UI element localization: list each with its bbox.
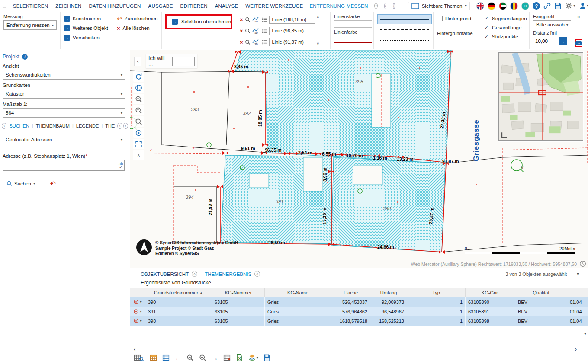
language-english-icon[interactable] bbox=[476, 2, 484, 10]
apply-distance-button[interactable]: → bbox=[559, 37, 567, 45]
visible-themes-dropdown[interactable]: Sichtbare Themen ▾ bbox=[408, 2, 470, 10]
delete-line-icon[interactable]: × bbox=[240, 39, 243, 45]
language-romanian-icon[interactable] bbox=[510, 2, 518, 10]
line-details-icon[interactable] bbox=[262, 39, 267, 45]
menu-tab-daten-hinzuf-gen[interactable]: DATEN HINZUFÜGEN bbox=[89, 3, 141, 9]
scale-combo[interactable]: 564▾ bbox=[3, 108, 125, 118]
sort-ascending-icon[interactable]: ▲ bbox=[199, 291, 203, 295]
column-header[interactable]: KG-Nummer bbox=[212, 288, 265, 297]
scroll-up-icon[interactable]: ∧ bbox=[317, 15, 320, 19]
menu-tab-selektieren[interactable]: SELEKTIEREN bbox=[13, 3, 48, 9]
app-menu-icon[interactable]: ≡ bbox=[3, 2, 6, 10]
collapse-sidebar-icon[interactable]: ‹ bbox=[134, 57, 141, 66]
zoom-line-icon[interactable] bbox=[245, 17, 251, 22]
menu-tab-entfernung-messen[interactable]: ENTFERNUNG MESSEN bbox=[309, 3, 368, 9]
address-input[interactable] bbox=[3, 160, 124, 170]
column-header[interactable] bbox=[567, 288, 588, 297]
construct-button[interactable]: →Konstruieren bbox=[64, 14, 109, 23]
snap-profile-select[interactable]: Bitte auswäh▾ bbox=[533, 20, 571, 29]
sidebar-tab-the[interactable]: THE bbox=[103, 123, 116, 128]
column-header[interactable]: KG-Gnr. bbox=[466, 288, 515, 297]
edit-layers-icon[interactable]: ▾ bbox=[248, 354, 258, 361]
line-style-dotted[interactable] bbox=[377, 35, 432, 45]
background-checkbox[interactable] bbox=[437, 16, 443, 21]
line-details-icon[interactable] bbox=[262, 17, 267, 22]
tab-themenergebnis[interactable]: THEMENERGEBNIS bbox=[205, 271, 251, 277]
tab-objektuebersicht[interactable]: OBJEKTÜBERSICHT bbox=[141, 271, 189, 277]
help-icon[interactable]: ? bbox=[533, 2, 540, 10]
scroll-tabs-left-icon[interactable]: ‹ bbox=[384, 3, 386, 9]
sidebar-tabs-left-icon[interactable]: ‹ bbox=[2, 123, 6, 129]
table-row[interactable]: ▾39163105Gries576,96436296,5489671631053… bbox=[130, 307, 588, 316]
column-header[interactable]: Typ bbox=[407, 288, 466, 297]
previous-record-icon[interactable]: ← bbox=[175, 354, 181, 361]
save-results-icon[interactable] bbox=[263, 354, 271, 361]
language-other-icon[interactable]: c bbox=[521, 2, 529, 10]
line-details-icon[interactable] bbox=[262, 28, 267, 34]
menu-tab-ausgabe[interactable]: AUSGABE bbox=[148, 3, 173, 9]
zoom-to-feature-icon[interactable] bbox=[133, 318, 139, 324]
search-button[interactable]: Suchen ▾ bbox=[3, 179, 39, 188]
line-style-dashed[interactable] bbox=[377, 25, 432, 35]
full-extent-icon[interactable] bbox=[133, 139, 144, 149]
delete-line-icon[interactable]: × bbox=[240, 17, 243, 22]
column-header[interactable]: Fläche bbox=[331, 288, 370, 297]
expand-ribbon-icon[interactable]: » bbox=[577, 14, 580, 20]
basemap-select[interactable]: Kataster▾ bbox=[3, 89, 125, 99]
ich-will-widget[interactable]: Ich will ... bbox=[146, 54, 197, 68]
column-header[interactable]: Qualität bbox=[515, 288, 567, 297]
settings-dropdown[interactable]: ▾ bbox=[565, 2, 575, 10]
option-checkbox[interactable]: ✓ bbox=[484, 25, 489, 30]
scroll-tabs-right-icon[interactable]: › bbox=[393, 3, 395, 9]
language-arabic-icon[interactable] bbox=[499, 2, 507, 10]
map-viewport[interactable]: 77 8,45 m18,05 m27,33 m9,61 m96,35 m2,54… bbox=[130, 50, 588, 268]
refresh-map-icon[interactable] bbox=[133, 71, 144, 82]
close-tool-icon[interactable]: × bbox=[374, 3, 377, 9]
highlighted-tool-icon[interactable]: → bbox=[575, 39, 582, 47]
clear-selection-icon[interactable]: × bbox=[223, 354, 231, 361]
table-scroll-down-icon[interactable]: ▾ bbox=[584, 331, 586, 336]
close-tab-icon[interactable]: × bbox=[254, 271, 260, 277]
send-button[interactable]: →Verschicken bbox=[64, 33, 109, 42]
close-tab-icon[interactable]: × bbox=[192, 271, 197, 277]
zoom-out-results-icon[interactable] bbox=[186, 354, 194, 361]
row-menu-icon[interactable]: ▾ bbox=[140, 300, 141, 304]
sidebar-tabs-next-icon[interactable]: › bbox=[123, 123, 128, 129]
line-3d-icon[interactable] bbox=[252, 39, 260, 45]
column-header[interactable]: Umfang bbox=[370, 288, 407, 297]
overview-map[interactable] bbox=[498, 52, 583, 141]
apply-selection-button[interactable]: → Selektion übernehmen bbox=[165, 14, 232, 29]
collapse-panel-icon[interactable]: ▼ bbox=[576, 271, 580, 276]
measurement-type-select[interactable]: Entfernung messen▾ bbox=[3, 20, 57, 30]
zoom-to-feature-icon[interactable] bbox=[133, 309, 139, 314]
column-header[interactable]: Grundstücksnummer▲ bbox=[145, 288, 212, 297]
background-checkbox-row[interactable]: Hintergrund bbox=[437, 14, 476, 23]
option-checkbox[interactable]: ✓ bbox=[484, 34, 489, 39]
delete-all-button[interactable]: ×Alle löschen bbox=[117, 23, 158, 33]
link-icon[interactable] bbox=[543, 2, 551, 10]
delete-line-icon[interactable]: × bbox=[240, 28, 243, 34]
next-record-icon[interactable]: → bbox=[212, 354, 218, 361]
additional-object-button[interactable]: →Weiteres Objekt bbox=[64, 23, 109, 33]
attribute-table-icon[interactable] bbox=[150, 354, 157, 361]
horizontal-scrollbar[interactable]: ‹ › bbox=[134, 346, 577, 352]
undo-button[interactable]: ↩Zurücknehmen bbox=[117, 14, 158, 23]
line-width-select[interactable] bbox=[334, 20, 372, 28]
line-color-swatch[interactable] bbox=[334, 36, 372, 43]
sidebar-tab-suchen[interactable]: SUCHEN bbox=[7, 123, 31, 128]
excel-export-icon[interactable] bbox=[236, 354, 243, 361]
history-clock-icon[interactable] bbox=[579, 260, 586, 267]
menu-tab-analyse[interactable]: ANALYSE bbox=[215, 3, 238, 9]
line-3d-icon[interactable] bbox=[252, 28, 260, 34]
option-checkbox[interactable]: ✓ bbox=[484, 16, 489, 21]
info-icon[interactable]: i bbox=[22, 54, 28, 60]
geolocator-select[interactable]: Geolocator Adressen▾ bbox=[3, 135, 125, 144]
scroll-right-icon[interactable]: › bbox=[575, 346, 577, 352]
sidebar-tab-legende[interactable]: LEGENDE bbox=[74, 123, 101, 128]
table-row[interactable]: ▾39063105Gries526,45303792,0093731631053… bbox=[130, 297, 588, 307]
view-select[interactable]: Sehenswürdigkeiten▾ bbox=[3, 70, 125, 80]
zoom-line-icon[interactable] bbox=[245, 28, 251, 34]
user-dropdown[interactable]: ▾ bbox=[579, 2, 588, 10]
scroll-down-icon[interactable]: ∨ bbox=[317, 42, 320, 46]
globe-icon[interactable] bbox=[133, 83, 144, 93]
